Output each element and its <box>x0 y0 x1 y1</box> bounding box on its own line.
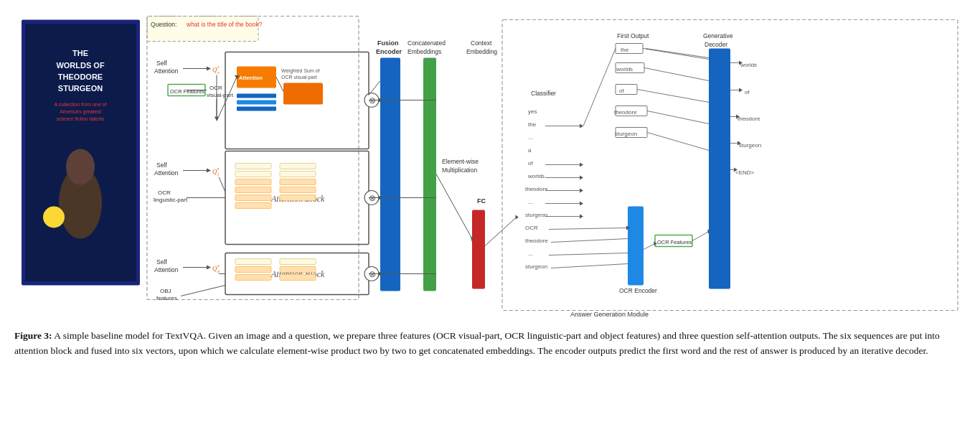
svg-marker-80 <box>207 266 211 270</box>
svg-text:OCR: OCR <box>209 85 222 91</box>
svg-text:theodore: theodore <box>614 109 637 116</box>
svg-rect-110 <box>472 210 485 289</box>
svg-text:<END>: <END> <box>735 169 755 176</box>
svg-line-168 <box>637 90 709 103</box>
svg-text:the: the <box>528 121 537 128</box>
svg-text:OCR Features: OCR Features <box>657 239 692 245</box>
svg-text:Embedding: Embedding <box>466 48 497 55</box>
svg-marker-130 <box>580 176 583 180</box>
svg-text:Attention: Attention <box>154 266 179 273</box>
svg-text:of: of <box>619 88 624 94</box>
svg-marker-134 <box>580 202 583 206</box>
svg-text:Self: Self <box>156 161 167 169</box>
diagram-svg: THE WORLDS OF THEODORE STURGEON A collec… <box>14 7 966 323</box>
svg-line-65 <box>219 177 225 192</box>
svg-rect-50 <box>235 187 271 193</box>
svg-text:A collection from one of: A collection from one of <box>55 102 107 107</box>
svg-text:...: ... <box>528 199 533 205</box>
svg-text:Attention: Attention <box>239 75 263 81</box>
svg-rect-75 <box>280 267 316 273</box>
svg-text:of: of <box>745 89 750 95</box>
svg-rect-72 <box>235 267 271 273</box>
svg-text:worlds: worlds <box>740 62 757 68</box>
svg-text:sturgeon: sturgeon <box>615 131 637 137</box>
svg-text:worlds: worlds <box>527 173 545 179</box>
svg-marker-159 <box>739 88 743 93</box>
svg-line-185 <box>551 239 628 243</box>
svg-text:OCR Encoder: OCR Encoder <box>619 287 657 294</box>
svg-point-12 <box>43 207 65 228</box>
svg-line-189 <box>485 217 517 246</box>
svg-line-111 <box>436 174 472 239</box>
svg-rect-51 <box>235 195 271 201</box>
svg-text:Decoder: Decoder <box>705 41 727 48</box>
svg-text:OCR: OCR <box>525 225 538 231</box>
caption-label: Figure 3: <box>14 330 52 341</box>
svg-rect-93 <box>423 58 436 291</box>
caption-text: A simple baseline model for TextVQA. Giv… <box>14 330 940 356</box>
svg-text:v: v <box>217 70 220 75</box>
svg-text:Embeddings: Embeddings <box>407 48 441 55</box>
svg-text:Fusion: Fusion <box>377 39 399 47</box>
svg-text:theodore: theodore <box>525 186 548 192</box>
svg-text:Multiplication: Multiplication <box>442 167 477 174</box>
svg-text:STURGEON: STURGEON <box>58 84 103 93</box>
svg-text:Classifier: Classifier <box>531 90 556 97</box>
svg-rect-139 <box>709 49 730 289</box>
svg-text:THE: THE <box>72 49 88 57</box>
svg-text:OCR: OCR <box>158 189 171 196</box>
svg-text:Concatenated: Concatenated <box>407 39 446 47</box>
svg-text:of: of <box>528 160 533 167</box>
svg-text:Context: Context <box>471 39 492 47</box>
svg-rect-73 <box>235 275 271 281</box>
svg-rect-55 <box>280 179 316 185</box>
svg-rect-56 <box>280 187 316 193</box>
svg-text:linguistic-part: linguistic-part <box>154 197 188 203</box>
svg-text:o: o <box>217 268 220 273</box>
page-container: THE WORLDS OF THEODORE STURGEON A collec… <box>14 7 966 359</box>
svg-text:OBJ: OBJ <box>160 288 171 294</box>
svg-marker-20 <box>207 67 211 71</box>
svg-text:Generative: Generative <box>703 32 733 39</box>
svg-text:Q: Q <box>212 66 217 73</box>
svg-text:FC: FC <box>477 197 486 205</box>
svg-text:theodore: theodore <box>738 116 760 122</box>
svg-text:s: s <box>217 263 220 268</box>
svg-rect-74 <box>280 259 316 265</box>
svg-rect-53 <box>280 164 316 169</box>
svg-text:Q: Q <box>212 168 217 175</box>
svg-line-87 <box>181 286 225 296</box>
svg-marker-190 <box>515 215 519 220</box>
svg-text:OCR Features: OCR Features <box>170 88 205 95</box>
svg-line-167 <box>644 68 709 81</box>
svg-rect-38 <box>237 107 276 111</box>
svg-rect-90 <box>380 58 400 291</box>
svg-text:Self: Self <box>156 60 167 67</box>
svg-text:l: l <box>217 172 219 177</box>
svg-text:Q: Q <box>212 265 217 272</box>
svg-rect-16 <box>147 17 359 300</box>
svg-line-42 <box>276 78 283 92</box>
svg-rect-57 <box>280 195 316 201</box>
svg-text:sturgeon: sturgeon <box>739 142 761 149</box>
svg-text:OCR visual-part: OCR visual-part <box>281 75 317 80</box>
svg-text:Encoder: Encoder <box>376 48 402 55</box>
svg-text:First Output: First Output <box>617 32 649 39</box>
svg-rect-37 <box>237 100 276 105</box>
svg-text:...: ... <box>528 134 533 141</box>
svg-text:Self: Self <box>156 258 167 266</box>
svg-text:Question:: Question: <box>151 21 176 28</box>
svg-line-175 <box>644 244 655 250</box>
svg-text:America's greatest: America's greatest <box>60 109 101 115</box>
svg-text:s: s <box>217 64 220 69</box>
svg-line-97 <box>369 81 380 95</box>
svg-line-186 <box>549 253 628 255</box>
svg-rect-141 <box>616 44 643 54</box>
svg-line-170 <box>647 133 709 151</box>
svg-line-191 <box>646 49 709 58</box>
svg-text:Answer Generation Module: Answer Generation Module <box>570 311 649 318</box>
svg-text:science fiction talents: science fiction talents <box>57 116 105 121</box>
svg-text:sturgeon: sturgeon <box>525 212 547 218</box>
svg-rect-48 <box>235 172 271 177</box>
svg-rect-47 <box>235 164 271 169</box>
